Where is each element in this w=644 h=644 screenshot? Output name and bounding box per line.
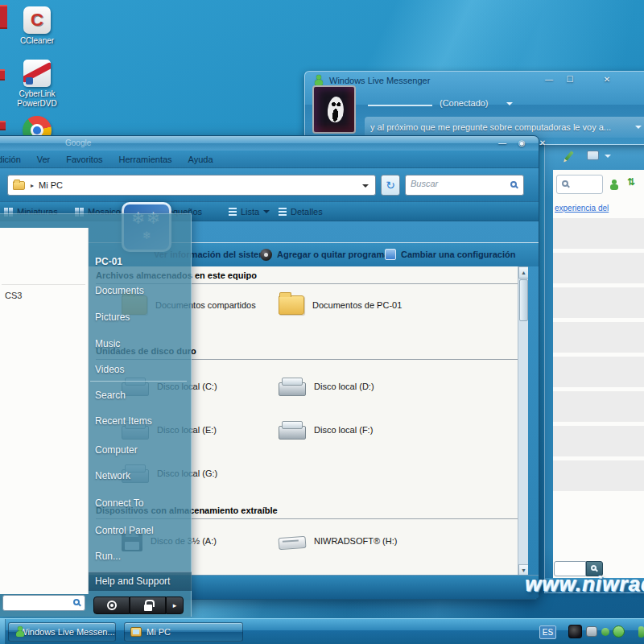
start-item-user[interactable]: PC-01 [95,256,122,267]
start-item-search[interactable]: Search [95,390,126,401]
start-item-connect-to[interactable]: Connect To [95,497,144,509]
minimize-button[interactable]: — [493,138,511,148]
messenger-popup-title: Windows Live Messenger [329,76,430,85]
search-box[interactable] [405,175,524,196]
start-search-box[interactable] [2,595,85,611]
ad-link[interactable]: experiencia del [555,204,643,213]
address-band: ▸ Mi PC ↻ [0,168,539,202]
tray-messenger-avatar-icon[interactable] [568,625,582,638]
start-item-computer[interactable]: Computer [95,444,138,456]
drive-item-h[interactable]: NIWRADSOFT® (H:) [279,532,397,549]
close-button[interactable]: ✕ [534,138,551,148]
folder-icon [13,181,25,190]
start-button-edge[interactable] [0,619,6,644]
drive-item-f[interactable]: Disco local (F:) [279,419,373,440]
contact-group-row[interactable] [553,460,644,491]
language-indicator[interactable]: ES [539,625,556,639]
breadcrumb-arrow-icon: ▸ [31,182,34,189]
contact-group-row[interactable] [553,253,644,283]
my-computer-icon [130,627,142,637]
contact-group-row[interactable] [553,287,644,318]
contact-list-panel: ⇅ experiencia del [553,170,644,579]
clipped-icon-fragment [0,69,5,80]
close-button[interactable]: ✕ [598,75,616,85]
power-button[interactable] [93,597,130,614]
pencil-icon[interactable] [564,151,573,161]
start-item-run[interactable]: Run... [95,551,121,562]
scrollbar-thumb[interactable] [519,279,528,321]
drive-item-d[interactable]: Disco local (D:) [279,376,374,396]
start-item-music[interactable]: Music [95,338,120,349]
start-search-input[interactable] [6,597,69,607]
desktop-icon-label: CyberLink PowerDVD [6,89,68,109]
maximize-button[interactable]: ☐ [561,75,579,85]
messenger-popup-window: Windows Live Messenger — ☐ ✕ (Conectado)… [304,71,644,145]
program-item-cs3[interactable]: CS3 [5,291,22,300]
maximize-button[interactable]: ◉ [513,138,530,148]
drive-icon [279,426,306,440]
view-button-detalles[interactable]: Detalles [279,205,323,218]
avatar[interactable] [312,85,356,134]
menu-herramientas[interactable]: Herramientas [116,153,175,166]
menu-ayuda[interactable]: Ayuda [185,153,217,166]
power-icon [107,601,117,610]
toolbar-dropdown-arrow-icon[interactable] [605,155,611,158]
contact-group-row[interactable] [553,218,644,249]
add-contact-icon[interactable] [609,180,621,191]
address-bar[interactable]: ▸ Mi PC [7,175,376,196]
chrome-label-behind-glass: Google [65,138,91,147]
address-dropdown-arrow-icon[interactable] [362,184,369,188]
desktop-icon-powerdvd[interactable]: CyberLink PowerDVD [6,60,68,109]
task-agregar-quitar[interactable]: Agregar o quitar programas [277,250,394,259]
status-dropdown-arrow-icon[interactable] [506,102,513,105]
sort-contacts-icon[interactable]: ⇅ [627,176,635,188]
start-item-network[interactable]: Network [95,470,130,481]
refresh-button[interactable]: ↻ [381,175,400,196]
lock-button[interactable] [130,597,166,614]
details-icon [279,208,287,217]
contact-group-row[interactable] [553,391,644,422]
message-dropdown-arrow-icon[interactable] [635,126,642,129]
menu-ver[interactable]: Ver [34,153,54,166]
file-item-documentos-pc01[interactable]: Documentos de PC-01 [279,295,402,315]
tray-status-icon[interactable] [601,628,609,636]
start-item-control-panel[interactable]: Control Panel [95,525,154,536]
tray-clipped-icon[interactable] [638,626,644,638]
taskbar: Windows Live Messen... Mi PC ES [0,618,644,644]
search-input[interactable] [411,179,499,188]
search-icon [510,181,517,188]
minimize-button[interactable]: — [540,75,558,85]
shutdown-options-button[interactable]: ▸ [166,597,184,614]
scroll-up-button[interactable]: ▲ [518,266,528,279]
search-icon [591,565,597,571]
contact-group-row[interactable] [553,357,644,387]
start-item-documents[interactable]: Documents [95,285,144,296]
menu-edicion[interactable]: Edición [0,153,24,166]
view-button-lista[interactable]: Lista [229,205,270,218]
tray-device-icon[interactable] [586,626,597,637]
contact-search-box[interactable] [556,175,603,194]
status-label: (Conectado) [440,98,489,108]
desktop-icon-ccleaner[interactable]: C CCleaner [6,6,68,46]
explorer-titlebar[interactable]: Google — ◉ ✕ [0,136,539,151]
window-layout-icon[interactable] [587,151,599,160]
task-cambiar-configuracion[interactable]: Cambiar una configuración [401,250,515,259]
change-setting-icon [385,249,396,260]
contact-group-row[interactable] [553,426,644,456]
powerdvd-icon [23,60,51,87]
taskbar-button-mipc[interactable]: Mi PC [124,622,243,642]
list-icon [229,208,237,217]
start-item-help-support[interactable]: Help and Support [95,576,170,587]
menu-favoritos[interactable]: Favoritos [63,153,105,166]
programs-divider [2,284,85,285]
taskbar-button-messenger[interactable]: Windows Live Messen... [8,622,116,642]
contact-group-row[interactable] [553,322,644,353]
breadcrumb: Mi PC [39,180,63,190]
start-item-pictures[interactable]: Pictures [95,312,130,323]
vertical-scrollbar[interactable]: ▲ ▼ [518,266,528,576]
start-item-videos[interactable]: Videos [95,364,124,375]
lock-icon [144,605,152,611]
start-item-recent-items[interactable]: Recent Items [95,415,152,427]
clipped-icon-fragment [0,121,6,130]
tray-messenger-status-icon[interactable] [613,625,625,638]
